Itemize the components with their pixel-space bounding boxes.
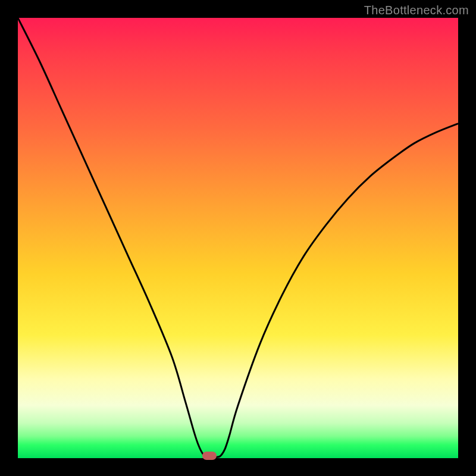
bottleneck-curve [18,18,458,458]
chart-frame: TheBottleneck.com [0,0,476,476]
optimum-marker [202,452,217,460]
watermark-text: TheBottleneck.com [364,4,469,17]
curve-svg [18,18,458,458]
